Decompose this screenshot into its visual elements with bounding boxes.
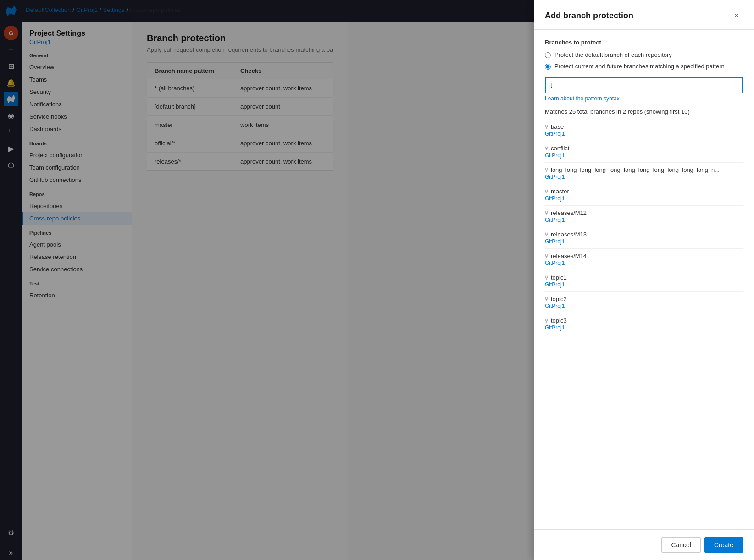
branch-icon: ⑂ (545, 188, 548, 195)
modal-overlay: Add branch protection × Branches to prot… (0, 0, 754, 560)
branch-list-item: ⑂ topic3 GitProj1 (545, 313, 743, 335)
branch-repo: GitProj1 (545, 174, 743, 180)
branch-icon: ⑂ (545, 253, 548, 259)
branch-icon: ⑂ (545, 318, 548, 324)
branch-repo: GitProj1 (545, 217, 743, 223)
branch-name: base (551, 123, 564, 130)
branch-name-row: ⑂ releases/M13 (545, 231, 743, 238)
branch-name: releases/M13 (551, 231, 587, 238)
modal-title: Add branch protection (545, 11, 633, 21)
branch-name: releases/M14 (551, 253, 587, 259)
branch-repo: GitProj1 (545, 152, 743, 159)
branch-name-row: ⑂ base (545, 123, 743, 130)
branch-list-item: ⑂ master GitProj1 (545, 184, 743, 206)
modal-body: Branches to protect Protect the default … (534, 30, 754, 529)
branch-name-row: ⑂ topic2 (545, 296, 743, 302)
pattern-input-wrapper: Learn about the pattern syntax (545, 77, 743, 102)
branch-list: ⑂ base GitProj1 ⑂ conflict GitProj1 ⑂ lo… (545, 120, 743, 335)
branch-list-item: ⑂ releases/M12 GitProj1 (545, 206, 743, 227)
create-button[interactable]: Create (704, 537, 743, 553)
branch-repo: GitProj1 (545, 131, 743, 137)
branch-icon: ⑂ (545, 231, 548, 238)
branch-name: topic1 (551, 274, 567, 281)
branch-name-row: ⑂ releases/M14 (545, 253, 743, 259)
modal-close-button[interactable]: × (730, 9, 743, 22)
branch-name-row: ⑂ master (545, 188, 743, 195)
branch-icon: ⑂ (545, 210, 548, 216)
branch-name: long_long_long_long_long_long_long_long_… (551, 166, 720, 173)
branch-list-item: ⑂ conflict GitProj1 (545, 141, 743, 163)
cancel-button[interactable]: Cancel (661, 537, 701, 553)
branch-name: master (551, 188, 569, 195)
radio-pattern-branch-input[interactable] (545, 64, 551, 70)
branch-icon: ⑂ (545, 275, 548, 281)
branch-repo: GitProj1 (545, 303, 743, 309)
branch-name-row: ⑂ long_long_long_long_long_long_long_lon… (545, 166, 743, 173)
radio-pattern-branch[interactable]: Protect current and future branches matc… (545, 63, 743, 70)
branches-section-label: Branches to protect (545, 39, 743, 46)
radio-default-branch-input[interactable] (545, 52, 551, 58)
radio-pattern-branch-label: Protect current and future branches matc… (554, 63, 725, 70)
branch-list-item: ⑂ topic2 GitProj1 (545, 292, 743, 313)
branch-repo: GitProj1 (545, 195, 743, 202)
modal-header: Add branch protection × (534, 0, 754, 30)
branch-name-row: ⑂ conflict (545, 145, 743, 152)
modal-panel: Add branch protection × Branches to prot… (534, 0, 754, 560)
branch-icon: ⑂ (545, 145, 548, 152)
branch-list-item: ⑂ releases/M13 GitProj1 (545, 227, 743, 249)
branch-list-item: ⑂ long_long_long_long_long_long_long_lon… (545, 163, 743, 184)
branch-list-item: ⑂ base GitProj1 (545, 120, 743, 141)
pattern-hint[interactable]: Learn about the pattern syntax (545, 95, 743, 102)
branch-list-item: ⑂ topic1 GitProj1 (545, 270, 743, 292)
branch-name: topic3 (551, 317, 567, 324)
branch-name-row: ⑂ releases/M12 (545, 209, 743, 216)
branch-icon: ⑂ (545, 296, 548, 302)
branch-icon: ⑂ (545, 167, 548, 173)
branch-repo: GitProj1 (545, 260, 743, 266)
branch-repo: GitProj1 (545, 281, 743, 288)
branch-repo: GitProj1 (545, 324, 743, 331)
modal-footer: Cancel Create (534, 529, 754, 560)
branch-name: releases/M12 (551, 209, 587, 216)
match-info: Matches 25 total branches in 2 repos (sh… (545, 108, 743, 115)
branch-icon: ⑂ (545, 124, 548, 130)
branch-name: topic2 (551, 296, 567, 302)
branch-repo: GitProj1 (545, 238, 743, 245)
branch-name: conflict (551, 145, 569, 152)
radio-default-branch[interactable]: Protect the default branch of each repos… (545, 51, 743, 58)
radio-default-branch-label: Protect the default branch of each repos… (554, 51, 672, 58)
pattern-input[interactable] (545, 77, 743, 93)
branch-list-item: ⑂ releases/M14 GitProj1 (545, 249, 743, 270)
branch-name-row: ⑂ topic1 (545, 274, 743, 281)
branch-name-row: ⑂ topic3 (545, 317, 743, 324)
